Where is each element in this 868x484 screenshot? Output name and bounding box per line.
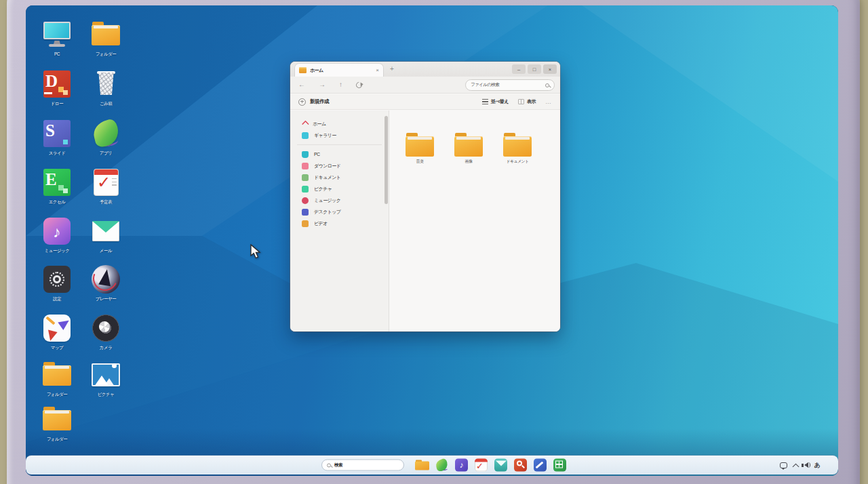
folder-item-label: 音楽 xyxy=(399,159,440,165)
sidebar-item-pc[interactable]: PC xyxy=(290,148,389,160)
desktop-icon-e-app[interactable]: E エクセル xyxy=(35,167,79,204)
desktop-icon-label: フォルダー xyxy=(35,392,79,397)
desktop-icon-label: ごみ箱 xyxy=(84,101,127,106)
new-tab-button[interactable]: + xyxy=(390,65,394,73)
taskbar-app-search[interactable] xyxy=(513,458,528,472)
desktop-icon-label: ドロー xyxy=(35,101,79,106)
up-button[interactable]: ↑ xyxy=(339,81,342,88)
d-app-icon: D xyxy=(42,69,72,99)
close-button[interactable]: × xyxy=(543,64,557,74)
desktop-icon-label: ピクチャ xyxy=(84,392,127,397)
sidebar-item-videos[interactable]: ビデオ xyxy=(290,218,389,229)
desktop-icon-folder-3[interactable]: フォルダー xyxy=(84,20,127,56)
ime-indicator[interactable]: あ xyxy=(814,462,821,468)
file-manager-window: ホーム × + – □ × ← → ↑ ファイルの検索 xyxy=(290,62,560,331)
desktop-icon-computer[interactable]: PC xyxy=(35,20,79,56)
window-titlebar[interactable]: ホーム × + – □ × xyxy=(290,62,560,77)
taskbar-app-sheets[interactable] xyxy=(553,458,567,472)
desktop-icon-d-app[interactable]: D ドロー xyxy=(35,69,79,106)
desktop-icon-player-app[interactable]: プレーヤー xyxy=(84,264,127,301)
desktop-icon-label: アプリ xyxy=(84,150,127,155)
desktop-icon-music-app[interactable]: ♪ ミュージック xyxy=(35,216,79,253)
taskbar-app-file-manager[interactable] xyxy=(415,458,429,472)
taskbar-app-mail[interactable] xyxy=(494,458,508,472)
music-icon xyxy=(302,197,309,204)
desktop-icon-folder-1[interactable]: フォルダー xyxy=(35,360,79,397)
folder-item-label: ドキュメント xyxy=(497,159,538,165)
folder-icon xyxy=(405,131,435,158)
desktop-icon-mail-app[interactable]: メール xyxy=(84,216,127,253)
sidebar-item-documents[interactable]: ドキュメント xyxy=(290,172,389,183)
desktop-icon-label: 予定表 xyxy=(84,199,127,204)
sort-label: 並べ替え xyxy=(491,98,509,105)
desktop-icon-leaf-app[interactable]: アプリ xyxy=(84,119,127,155)
command-bar: 新規作成 並べ替え 表示 … xyxy=(290,94,560,110)
desktop-icon-photos-app[interactable]: ピクチャ xyxy=(84,360,127,397)
maps-icon xyxy=(42,313,72,343)
sidebar-item-desktop[interactable]: デスクトップ xyxy=(290,206,389,218)
refresh-icon[interactable] xyxy=(355,81,363,89)
music-app-icon: ♪ xyxy=(42,216,72,246)
folder-icon xyxy=(415,462,429,470)
chat-bubble-icon[interactable] xyxy=(780,462,787,468)
taskbar-search-input[interactable]: 検索 xyxy=(321,460,404,471)
more-button[interactable]: … xyxy=(545,98,552,105)
sidebar-item-downloads[interactable]: ダウンロード xyxy=(290,160,389,172)
swirl-player-icon xyxy=(91,264,121,294)
sidebar-item-pictures[interactable]: ピクチャ xyxy=(290,183,389,195)
sidebar-item-home[interactable]: ホーム xyxy=(290,118,389,129)
taskbar-app-leaf[interactable] xyxy=(435,458,449,472)
explorer-tab[interactable]: ホーム × xyxy=(295,64,383,77)
folder-icon xyxy=(454,131,484,158)
desktop-icon-settings[interactable]: 設定 xyxy=(35,264,79,301)
view-icon xyxy=(518,99,524,104)
sidebar-item-music[interactable]: ミュージック xyxy=(290,195,389,206)
e-letter: E xyxy=(45,169,57,190)
file-list-area[interactable]: 音楽 画像 ドキュメント xyxy=(389,110,560,331)
folder-item[interactable]: 音楽 xyxy=(399,131,440,165)
sidebar-scrollbar[interactable] xyxy=(384,116,388,204)
taskbar-app-draw[interactable] xyxy=(533,458,547,472)
downloads-icon xyxy=(302,163,309,169)
sidebar-item-label: ギャラリー xyxy=(314,132,336,139)
maximize-button[interactable]: □ xyxy=(528,64,541,74)
taskbar-search-text: 検索 xyxy=(334,462,342,468)
speaker-icon[interactable] xyxy=(804,462,808,468)
desktop-icon-maps[interactable]: マップ xyxy=(35,313,79,350)
view-button[interactable]: 表示 xyxy=(518,98,536,105)
desktop-icon-trash[interactable]: ごみ箱 xyxy=(84,69,127,106)
tab-close-button[interactable]: × xyxy=(376,67,379,73)
back-button[interactable]: ← xyxy=(298,81,305,88)
d-letter: D xyxy=(45,71,58,92)
envelope-flap-icon xyxy=(496,461,507,466)
sidebar-item-gallery[interactable]: ギャラリー xyxy=(290,129,389,141)
desktop-icon-label: 設定 xyxy=(35,296,79,301)
window-body: ホーム ギャラリー PC ダウンロード xyxy=(290,110,560,331)
file-search-input[interactable]: ファイルの検索 xyxy=(465,79,555,91)
desktop-icon-label: スライド xyxy=(35,150,79,155)
folder-icon xyxy=(42,360,72,390)
new-item-button[interactable]: 新規作成 xyxy=(298,98,329,106)
desktop-icon-folder-2[interactable]: フォルダー xyxy=(35,405,79,441)
taskbar-app-calendar[interactable]: ✓ xyxy=(474,458,488,472)
folder-item[interactable]: ドキュメント xyxy=(497,131,538,165)
pc-icon xyxy=(302,151,309,158)
leaf-icon xyxy=(435,458,449,472)
mouse-cursor xyxy=(250,244,262,260)
forward-button[interactable]: → xyxy=(319,81,326,88)
s-letter: S xyxy=(45,121,55,141)
desktop-icon-s-app[interactable]: S スライド xyxy=(35,119,79,155)
music-note-glyph: ♪ xyxy=(43,220,71,243)
anime-desktop-scene: PC D ドロー S スライド E エクセル ♪ xyxy=(0,0,868,484)
folder-item[interactable]: 画像 xyxy=(448,131,489,165)
search-icon xyxy=(545,83,549,87)
desktop-icon-todo-app[interactable]: ✓ 予定表 xyxy=(84,167,127,204)
desktop-icon-camera-app[interactable]: カメラ xyxy=(84,313,127,350)
navigation-toolbar: ← → ↑ ファイルの検索 xyxy=(290,77,560,94)
sort-button[interactable]: 並べ替え xyxy=(482,98,509,105)
minimize-button[interactable]: – xyxy=(512,64,526,74)
taskbar-app-music[interactable]: ♪ xyxy=(454,458,469,472)
chevron-up-icon[interactable] xyxy=(792,463,799,470)
search-icon xyxy=(327,463,331,467)
computer-icon xyxy=(42,20,72,49)
